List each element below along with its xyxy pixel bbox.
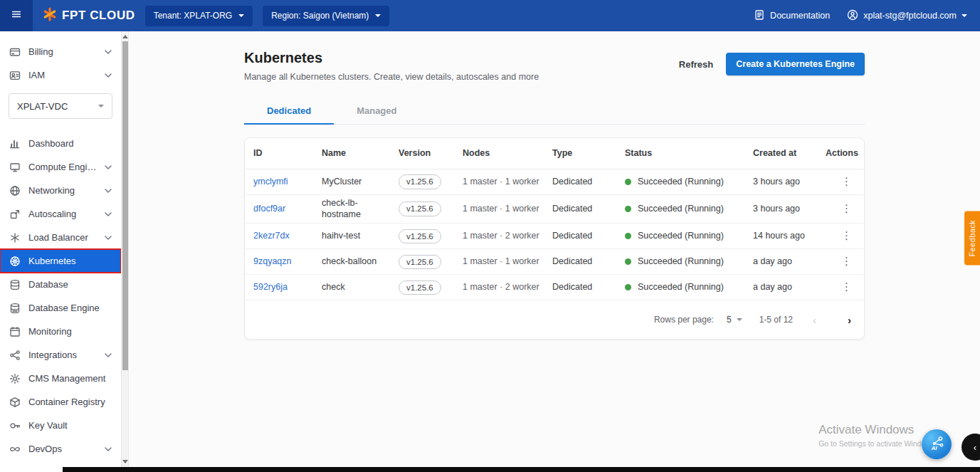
row-actions-kebab-icon[interactable]: ⋮ — [836, 253, 858, 268]
status-dot-icon — [625, 258, 631, 265]
devops-icon — [9, 444, 21, 455]
windows-activation-watermark: Activate Windows Go to Settings to activ… — [818, 423, 934, 448]
column-header-nodes: Nodes — [463, 148, 549, 159]
compute-icon — [9, 162, 21, 173]
key-vault-icon — [9, 420, 21, 431]
status-dot-icon — [625, 284, 631, 290]
sidebar-item-networking[interactable]: Networking — [0, 179, 121, 202]
fpt-logo-icon — [43, 7, 57, 24]
column-header-type: Type — [552, 148, 622, 159]
cluster-status: Succeeded (Running) — [638, 282, 724, 293]
sidebar-item-devops[interactable]: DevOps — [0, 437, 121, 461]
tenant-selector[interactable]: Tenant: XPLAT-ORG — [145, 6, 253, 26]
chevron-down-icon — [105, 447, 112, 451]
sidebar-item-label: Load Balancer — [28, 232, 97, 243]
user-account-menu[interactable]: xplat-stg@fptcloud.com — [847, 9, 967, 23]
refresh-button[interactable]: Refresh — [679, 59, 713, 70]
user-avatar-icon — [847, 9, 858, 23]
page-subtitle: Manage all Kubernetes clusters. Create, … — [244, 72, 539, 82]
chevron-down-icon — [105, 73, 112, 78]
database-engine-icon — [9, 303, 21, 314]
pagination-next-button[interactable]: › — [845, 314, 854, 326]
sidebar-item-container-registry[interactable]: Container Registry — [0, 390, 121, 414]
taskbar-edge — [63, 467, 980, 472]
cluster-created-at: a day ago — [753, 282, 823, 293]
sidebar-scrollbar-thumb[interactable] — [122, 41, 128, 370]
cluster-created-at: 3 hours ago — [753, 204, 823, 215]
sidebar-item-database[interactable]: Database — [0, 273, 121, 296]
autoscaling-icon — [9, 209, 21, 220]
cluster-type: Dedicated — [552, 204, 622, 215]
column-header-actions: Actions — [826, 148, 858, 159]
sidebar-scrollbar[interactable] — [121, 31, 128, 472]
sidebar-item-billing[interactable]: Billing — [0, 40, 121, 63]
rows-per-page-select[interactable]: 5 — [727, 315, 742, 325]
cluster-nodes: 1 master · 1 worker — [463, 256, 549, 268]
sidebar-item-dashboard[interactable]: Dashboard — [0, 132, 121, 155]
documentation-link[interactable]: Documentation — [754, 9, 830, 23]
chevron-down-icon — [961, 14, 967, 17]
status-dot-icon — [625, 179, 631, 185]
tab-dedicated[interactable]: Dedicated — [244, 98, 334, 124]
chevron-down-icon — [238, 14, 244, 17]
sidebar-item-monitoring[interactable]: Monitoring — [0, 320, 121, 343]
cluster-id-link[interactable]: 592ry6ja — [253, 282, 288, 292]
rows-per-page-label: Rows per page: — [654, 315, 714, 325]
cluster-id-link[interactable]: 9zqyaqzn — [253, 256, 292, 266]
row-actions-kebab-icon[interactable]: ⋮ — [836, 201, 858, 216]
hamburger-menu-button[interactable] — [0, 0, 33, 31]
sidebar-item-label: Networking — [28, 185, 97, 196]
tab-managed[interactable]: Managed — [334, 98, 419, 124]
scroll-up-icon[interactable] — [122, 32, 129, 41]
cluster-id-link[interactable]: ymclymfi — [253, 177, 288, 187]
chevron-down-icon — [375, 14, 381, 17]
cms-icon — [9, 373, 21, 384]
cluster-name: check — [322, 282, 396, 293]
vdc-selector[interactable]: XPLAT-VDC — [9, 93, 112, 119]
sidebar-item-autoscaling[interactable]: Autoscaling — [0, 202, 121, 226]
sidebar-item-label: Integrations — [28, 350, 97, 360]
chevron-down-icon — [105, 236, 112, 240]
tenant-label: Tenant: XPLAT-ORG — [154, 11, 233, 21]
load-balancer-icon — [9, 232, 21, 243]
column-header-version: Version — [399, 148, 460, 159]
feedback-tab[interactable]: Feedback — [964, 211, 980, 266]
table-body: ymclymfiMyClusterv1.25.61 master · 1 wor… — [245, 169, 864, 300]
row-actions-kebab-icon[interactable]: ⋮ — [836, 228, 858, 243]
table-row: 2kezr7dxhaihv-testv1.25.61 master · 2 wo… — [245, 224, 864, 249]
cluster-id-link[interactable]: 2kezr7dx — [253, 231, 290, 241]
sidebar-item-load-balancer[interactable]: Load Balancer — [0, 226, 121, 249]
sidebar: BillingIAM XPLAT-VDC DashboardCompute En… — [0, 31, 129, 472]
sidebar-item-cms-management[interactable]: CMS Management — [0, 367, 121, 390]
cluster-id-link[interactable]: dfocf9ar — [253, 204, 285, 214]
sidebar-item-label: Compute Engine — [28, 162, 97, 172]
tab-bar: Dedicated Managed — [244, 98, 865, 125]
chevron-down-icon — [105, 212, 112, 216]
version-chip: v1.25.6 — [399, 280, 441, 295]
cluster-name: haihv-test — [322, 231, 396, 242]
hamburger-icon — [11, 9, 22, 23]
sidebar-item-label: Key Vault — [28, 420, 112, 431]
row-actions-kebab-icon[interactable]: ⋮ — [836, 279, 858, 294]
sidebar-item-database-engine[interactable]: Database Engine — [0, 296, 121, 320]
header-right: Documentation xplat-stg@fptcloud.com — [754, 9, 967, 23]
sidebar-item-iam[interactable]: IAM — [0, 63, 121, 87]
pagination-prev-button[interactable]: ‹ — [810, 314, 819, 326]
region-selector[interactable]: Region: Saigon (Vietnam) — [263, 6, 389, 26]
create-kubernetes-engine-button[interactable]: Create a Kubernetes Engine — [726, 53, 865, 75]
cluster-type: Dedicated — [552, 282, 622, 293]
cluster-nodes: 1 master · 2 worker — [463, 231, 549, 242]
sidebar-item-integrations[interactable]: Integrations — [0, 343, 121, 367]
cluster-nodes: 1 master · 1 worker — [463, 204, 549, 215]
sidebar-item-key-vault[interactable]: Key Vault — [0, 414, 121, 437]
pagination-range: 1-5 of 12 — [759, 315, 793, 325]
sidebar-item-compute-engine[interactable]: Compute Engine — [0, 155, 121, 179]
status-dot-icon — [625, 206, 631, 212]
ai-assistant-button[interactable]: AI — [922, 429, 952, 459]
sidebar-item-kubernetes[interactable]: Kubernetes — [0, 249, 121, 273]
scroll-down-icon[interactable] — [122, 457, 129, 466]
table-header-row: IDNameVersionNodesTypeStatusCreated atAc… — [245, 138, 864, 169]
status-dot-icon — [625, 233, 631, 239]
row-actions-kebab-icon[interactable]: ⋮ — [836, 174, 858, 189]
ai-assistant-icon: AI — [927, 434, 946, 455]
